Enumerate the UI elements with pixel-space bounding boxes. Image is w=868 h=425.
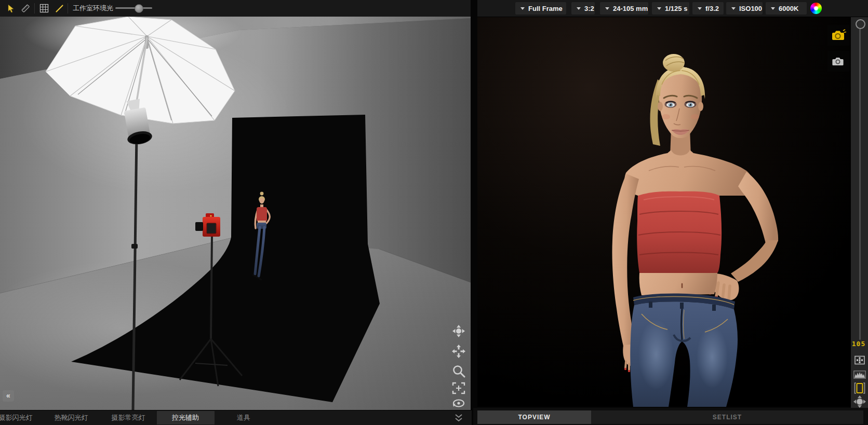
ambient-slider-track[interactable] [115, 7, 152, 9]
studio-3d-viewport[interactable]: « [0, 17, 472, 410]
white-balance-dropdown[interactable]: 6000K [766, 2, 807, 15]
studio-app: 工作室环境光 Full Frame 3:2 24-105 mm 1/125 s … [0, 0, 868, 425]
fit-view-icon[interactable] [451, 381, 466, 395]
sensor-value: Full Frame [528, 5, 563, 12]
equipment-tabbar: 摄影闪光灯 热靴闪光灯 摄影常亮灯 控光辅助 道具 [0, 410, 472, 425]
ambient-light-slider[interactable] [115, 0, 156, 17]
sensor-dropdown[interactable]: Full Frame [515, 2, 566, 15]
measure-ruler-icon[interactable] [21, 4, 30, 13]
camera-viewfinder[interactable] [477, 17, 851, 407]
tab-setlist[interactable]: SETLIST [591, 410, 863, 424]
chevron-down-icon [577, 7, 581, 10]
grid-toggle-icon[interactable] [39, 4, 49, 13]
chevron-down-icon [520, 7, 525, 10]
tab-studio-flash[interactable]: 摄影闪光灯 [0, 410, 33, 424]
orbit-joystick-icon[interactable] [451, 324, 466, 338]
aperture-value: f/3.2 [705, 5, 719, 12]
shutter-value: 1/125 s [665, 5, 687, 12]
toolbar-separator [34, 3, 35, 13]
panel-divider[interactable] [471, 0, 477, 425]
chevron-down-icon [605, 7, 609, 10]
white-balance-value: 6000K [779, 5, 798, 12]
expand-panel-chevrons-icon[interactable] [454, 414, 463, 422]
iso-dropdown[interactable]: ISO100 [726, 2, 763, 15]
scene-toolbar: 工作室环境光 [0, 0, 472, 17]
pan-move-icon[interactable] [451, 344, 466, 359]
focus-points-icon[interactable] [853, 353, 866, 367]
tab-topview[interactable]: TOPVIEW [477, 410, 591, 424]
studio-scene [0, 17, 472, 410]
shutter-dropdown[interactable]: 1/125 s [652, 2, 689, 15]
line-tool-icon[interactable] [55, 4, 64, 13]
lens-value: 24-105 mm [613, 5, 648, 12]
orbit-rotate-icon[interactable] [451, 397, 465, 409]
color-wheel-icon[interactable] [810, 3, 822, 14]
view-tabbar: TOPVIEW SETLIST [473, 408, 868, 425]
chevron-down-icon [771, 7, 775, 10]
tab-continuous-light[interactable]: 摄影常亮灯 [112, 410, 145, 424]
select-cursor-icon[interactable] [6, 4, 16, 13]
camera-settings-toolbar: Full Frame 3:2 24-105 mm 1/125 s f/3.2 I… [473, 0, 868, 17]
tab-props[interactable]: 道具 [237, 410, 250, 424]
aspect-ratio-value: 3:2 [584, 5, 594, 12]
toolbar-separator [68, 3, 68, 13]
ambient-slider-knob[interactable] [135, 4, 143, 13]
viewfinder-render [477, 17, 851, 407]
capture-photo-button[interactable] [827, 25, 849, 46]
lens-dropdown[interactable]: 24-105 mm [600, 2, 648, 15]
crop-frame-icon[interactable] [853, 381, 866, 395]
tab-light-modifiers[interactable]: 控光辅助 [172, 410, 199, 424]
camera-secondary-button[interactable] [827, 51, 849, 72]
aspect-ratio-dropdown[interactable]: 3:2 [571, 2, 595, 15]
iso-value: ISO100 [739, 5, 762, 12]
collapse-panel-button[interactable]: « [3, 390, 14, 402]
zoom-slider-track[interactable] [859, 29, 861, 340]
aperture-dropdown[interactable]: f/3.2 [692, 2, 724, 15]
chevron-down-icon [657, 7, 661, 10]
zoom-magnifier-icon[interactable] [451, 364, 466, 378]
viewfinder-joystick-icon[interactable] [853, 395, 866, 408]
histogram-icon[interactable] [853, 368, 866, 381]
zoom-slider-knob[interactable] [856, 19, 865, 29]
viewfinder-side-strip: 105 [851, 17, 868, 408]
chevron-down-icon [698, 7, 702, 10]
ambient-light-label: 工作室环境光 [73, 0, 113, 17]
focal-length-display: 105 [851, 340, 866, 348]
tab-hotshoe-flash[interactable]: 热靴闪光灯 [55, 410, 88, 424]
chevron-down-icon [731, 7, 736, 10]
